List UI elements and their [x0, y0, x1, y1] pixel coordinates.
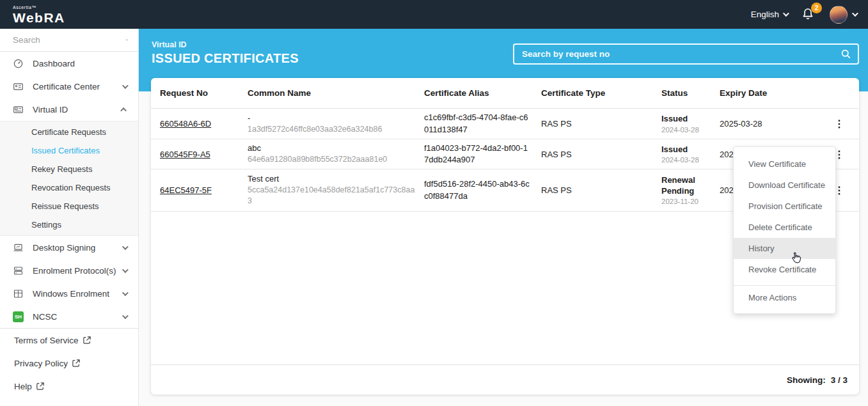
status-date: 2024-03-28: [661, 126, 711, 134]
sidebar-item-windows-enrolment[interactable]: Windows Enrolment: [0, 282, 138, 305]
sidebar-search-input[interactable]: [13, 35, 126, 45]
avatar: [830, 6, 848, 24]
chevron-down-icon: [852, 10, 858, 17]
brand-ascertia: Ascertia™: [13, 5, 65, 10]
chevron-down-icon: [122, 313, 129, 319]
external-link-icon: [83, 336, 91, 344]
submenu-label: Settings: [31, 220, 61, 230]
sidebar-item-virtual-id[interactable]: Virtual ID: [0, 98, 138, 121]
common-name-hash: 1a3df5272c46ffc8e03aa32e6a324b86: [248, 124, 415, 135]
common-name: -: [248, 113, 415, 123]
table-header-row: Request No Common Name Certificate Alias…: [151, 78, 859, 109]
sidebar-item-desktop-signing[interactable]: Desktop Signing: [0, 236, 138, 259]
submenu-label: Revocation Requests: [31, 183, 111, 192]
external-link-icon: [36, 382, 44, 390]
row-actions-context-menu: View Certificate Download Certificate Pr…: [733, 146, 836, 314]
sidebar-item-label: Virtual ID: [33, 105, 122, 114]
certificate-type: RAS PS: [541, 119, 661, 129]
menu-item-revoke-certificate[interactable]: Revoke Certificate: [734, 259, 835, 280]
search-icon[interactable]: [126, 35, 128, 45]
certificate-alias: fdf5d516-28f2-4450-ab43-6cc0f88477da: [424, 178, 541, 201]
certificate-alias: f1a04023-b772-4da2-bf00-17ddb244a907: [424, 143, 541, 166]
link-help[interactable]: Help: [0, 375, 138, 398]
sidebar-item-dashboard[interactable]: Dashboard: [0, 52, 138, 75]
menu-item-more-actions[interactable]: More Actions: [734, 287, 835, 308]
col-certificate-alias: Certificate Alias: [424, 88, 541, 98]
language-selector[interactable]: English: [751, 10, 787, 19]
common-name: abc: [248, 143, 415, 153]
request-search-box: [513, 43, 859, 65]
desktop-signing-icon: [13, 242, 24, 253]
virtual-id-icon: [13, 104, 24, 115]
submenu-label: Certificate Requests: [31, 127, 106, 137]
page-title-block: Virtual ID ISSUED CERTIFICATES: [152, 40, 299, 66]
sidebar-item-label: Certificate Center: [33, 82, 122, 91]
status-date: 2023-11-20: [661, 198, 711, 205]
topbar-right: English 2: [751, 6, 856, 24]
certificate-center-icon: [13, 81, 24, 92]
submenu-label: Rekey Requests: [31, 164, 92, 174]
sidebar: Dashboard Certificate Center Virtual ID: [0, 29, 139, 406]
request-search-input[interactable]: [522, 49, 840, 59]
sidebar-item-label: Dashboard: [33, 59, 127, 68]
virtual-id-submenu: Certificate Requests Issued Certificates…: [0, 121, 138, 236]
menu-item-delete-certificate[interactable]: Delete Certificate: [734, 217, 835, 238]
status-badge: Renewal Pending: [661, 175, 711, 196]
brand-logo: Ascertia™ WebRA: [13, 5, 65, 24]
breadcrumb: Virtual ID: [152, 40, 299, 49]
col-request-no: Request No: [151, 88, 248, 98]
sidebar-item-enrolment-protocols[interactable]: Enrolment Protocol(s): [0, 259, 138, 282]
table-row: 660548A6-6D - 1a3df5272c46ffc8e03aa32e6a…: [151, 109, 859, 139]
submenu-item-rekey-requests[interactable]: Rekey Requests: [0, 160, 138, 178]
menu-item-history[interactable]: History: [734, 238, 835, 259]
enrolment-protocols-icon: [13, 265, 24, 276]
chevron-down-icon: [122, 82, 129, 89]
certificate-alias: c1c69fbf-c3d5-4704-8fae-c6011d138f47: [424, 112, 541, 135]
sidebar-item-label: Windows Enrolment: [33, 289, 122, 299]
footer-link-label: Help: [14, 382, 32, 391]
common-name-hash: 5cca5a24d137e10e4a58def821a5af1c773c8aa3: [248, 185, 415, 207]
submenu-item-revocation-requests[interactable]: Revocation Requests: [0, 178, 138, 197]
col-certificate-type: Certificate Type: [541, 88, 661, 98]
submenu-item-certificate-requests[interactable]: Certificate Requests: [0, 123, 138, 141]
status-badge: Issued: [661, 114, 711, 124]
menu-item-view-certificate[interactable]: View Certificate: [734, 153, 835, 175]
link-about[interactable]: About: [0, 398, 138, 406]
chevron-down-icon: [122, 267, 129, 273]
row-actions-menu-button[interactable]: ⋮: [828, 118, 859, 130]
page-title: ISSUED CERTIFICATES: [152, 51, 299, 66]
notification-count-badge: 2: [811, 3, 822, 13]
request-no-link[interactable]: 660548A6-6D: [160, 119, 211, 129]
sidebar-search: [0, 29, 138, 52]
showing-value: 3 / 3: [831, 375, 848, 385]
menu-item-provision-certificate[interactable]: Provision Certificate: [734, 196, 835, 217]
submenu-item-reissue-requests[interactable]: Reissue Requests: [0, 197, 138, 215]
request-no-link[interactable]: 64EC5497-5F: [160, 185, 212, 195]
link-terms-of-service[interactable]: Terms of Service: [0, 329, 138, 352]
menu-divider: [734, 285, 835, 286]
sidebar-item-label: NCSC: [33, 312, 122, 322]
sidebar-item-ncsc[interactable]: SH NCSC: [0, 305, 138, 328]
submenu-item-settings[interactable]: Settings: [0, 215, 138, 234]
submenu-label: Issued Certificates: [31, 146, 100, 155]
common-name: Test cert: [248, 174, 415, 183]
col-status: Status: [661, 88, 720, 98]
expiry-date: 2025-03-28: [720, 119, 828, 129]
user-menu[interactable]: [830, 6, 856, 24]
webra-app: Ascertia™ WebRA English 2: [0, 0, 868, 406]
submenu-item-issued-certificates[interactable]: Issued Certificates: [0, 141, 138, 160]
language-label: English: [751, 10, 779, 19]
sidebar-item-label: Desktop Signing: [33, 243, 122, 253]
sidebar-item-certificate-center[interactable]: Certificate Center: [0, 75, 138, 98]
col-expiry-date: Expiry Date: [720, 88, 828, 98]
search-icon[interactable]: [840, 49, 851, 59]
link-privacy-policy[interactable]: Privacy Policy: [0, 352, 138, 375]
dashboard-icon: [13, 58, 24, 69]
request-no-link[interactable]: 660545F9-A5: [160, 150, 210, 159]
notifications-button[interactable]: 2: [800, 6, 817, 23]
status-date: 2024-03-28: [661, 156, 711, 164]
top-navbar: Ascertia™ WebRA English 2: [0, 0, 868, 29]
brand-webra: WebRA: [13, 11, 65, 24]
submenu-label: Reissue Requests: [31, 201, 99, 211]
menu-item-download-certificate[interactable]: Download Certificate: [734, 175, 835, 196]
